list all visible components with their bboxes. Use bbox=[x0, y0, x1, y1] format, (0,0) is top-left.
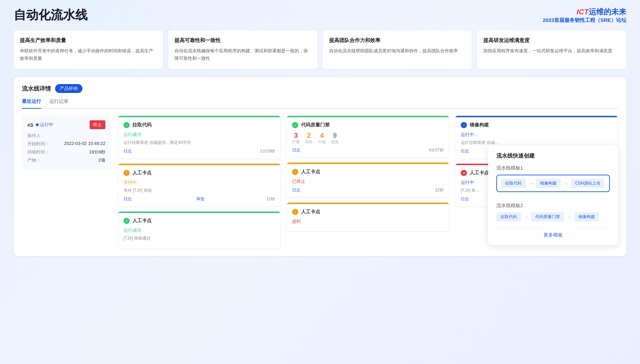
stage-body-0: ✓ 拉取代码 运行成功 运行结果简述-后端提供，限定40字符 日志 1分28秒 bbox=[118, 117, 280, 159]
stop-button[interactable]: 终止 bbox=[90, 120, 105, 129]
gate-status-1-1: 已终止 bbox=[292, 178, 444, 185]
stage-title-row-gate-0-1: ! 人工卡点 bbox=[123, 170, 275, 176]
arrow-icon-3: → bbox=[567, 214, 572, 220]
tab-recent-run[interactable]: 最近运行 bbox=[22, 98, 41, 109]
gate-desc-0-1: 等待 [TJX] 审批 bbox=[123, 188, 275, 193]
page-header: 自动化流水线 ICT运维的未来 2023首届服务韧性工程（SRE）论坛 bbox=[14, 7, 626, 24]
pipeline-header: 流水线详情 产品样例 bbox=[22, 84, 618, 93]
gate-time-1-1: 12秒 bbox=[435, 187, 444, 193]
feature-title-3: 提高研发运维满意度 bbox=[483, 37, 620, 44]
stage-title-row-1: ✓ 代码质量门禁 bbox=[292, 122, 444, 128]
template-2-name: 流水线模板2 bbox=[496, 203, 610, 209]
quality-high: 2 高危 bbox=[305, 132, 313, 145]
page-title: 自动化流水线 bbox=[14, 7, 88, 24]
quick-create-title: 流水线快速创建 bbox=[496, 152, 610, 160]
feature-desc-2: 自动化流水线帮助团队成员更好地沟通和协作，提高团队合作效率 bbox=[329, 47, 466, 55]
stage-card-quality: ✓ 代码质量门禁 3 严重 2 高危 bbox=[286, 116, 449, 158]
stage-time-1: 4分07秒 bbox=[429, 147, 444, 153]
stage-card-gate-0-2: ✓ 人工卡点 运行成功 [TJX] 审核通过 bbox=[118, 211, 281, 249]
arrow-icon-2: → bbox=[524, 214, 528, 220]
brand-title: ICT运维的未来 bbox=[543, 7, 626, 17]
info-icon-2: ○ bbox=[461, 122, 467, 128]
start-time-value: 2022-03-02 15:49:22 bbox=[64, 141, 105, 147]
feature-title-1: 提高可靠性和一致性 bbox=[174, 37, 311, 44]
quality-low-label: 低危 bbox=[331, 139, 339, 145]
success-icon-1: ✓ bbox=[292, 122, 298, 128]
stage-name-2: 镜像构建 bbox=[470, 122, 489, 128]
stage-time-0: 1分28秒 bbox=[260, 148, 275, 154]
warning-icon-gate-1-2: ! bbox=[292, 209, 298, 215]
stage-name-gate-2-1: 人工卡点 bbox=[470, 170, 489, 176]
quick-create-panel: 流水线快速创建 流水线模板1 拉取代码 → 镜像构建 → CDN源站上传 流水 bbox=[488, 146, 618, 245]
stage-log-1[interactable]: 日志 bbox=[292, 147, 300, 153]
stage-footer-1: 日志 4分07秒 bbox=[292, 147, 444, 153]
warning-icon-gate-1-1: ! bbox=[292, 169, 298, 175]
product-value: 2项 bbox=[99, 157, 105, 163]
gate-log-1-1[interactable]: 日志 bbox=[292, 187, 300, 193]
operator-label: 操作人： bbox=[27, 133, 45, 139]
gate-log-0-1[interactable]: 日志 bbox=[123, 196, 132, 202]
operator-row: 操作人： bbox=[27, 133, 105, 139]
stage-card-pull-code: ✓ 拉取代码 运行成功 运行结果简述-后端提供，限定40字符 日志 1分28秒 bbox=[118, 116, 281, 159]
quality-low-num: 9 bbox=[331, 132, 339, 139]
arrow-icon-1: → bbox=[563, 181, 568, 186]
brand-ict: ICT bbox=[577, 8, 589, 16]
gate-footer-0-1: 日志 审批 12秒 bbox=[123, 196, 275, 202]
gate-status-1-2: 超时 bbox=[292, 218, 444, 225]
gate-approve-0-1[interactable]: 审批 bbox=[196, 196, 205, 202]
start-time-label: 开始时间： bbox=[27, 141, 50, 147]
template-1-step-1: 镜像构建 bbox=[536, 179, 561, 188]
product-label: 产物： bbox=[27, 157, 41, 163]
product-example-button[interactable]: 产品样例 bbox=[55, 84, 82, 93]
quality-medium: 4 中危 bbox=[318, 132, 326, 145]
stage-column-1: ✓ 代码质量门禁 3 严重 2 高危 bbox=[286, 116, 449, 249]
template-2-flow-wrapper[interactable]: 拉取代码 → 代码质量门禁 → 镜像构建 bbox=[496, 212, 610, 221]
stage-body-gate-0-2: ✓ 人工卡点 运行成功 [TJX] 审核通过 bbox=[118, 213, 280, 249]
quality-high-num: 2 bbox=[305, 132, 313, 139]
template-2-step-0: 拉取代码 bbox=[496, 212, 521, 221]
pipeline-section: 流水线详情 产品样例 最近运行 运行记录 #3 运行中 终止 bbox=[14, 77, 626, 256]
stage-name-1: 代码质量门禁 bbox=[301, 122, 330, 128]
product-row: 产物： 2项 bbox=[27, 157, 105, 163]
stage-body-gate-1-2: ! 人工卡点 超时 bbox=[287, 204, 449, 231]
gate-status-0-2: 运行成功 bbox=[123, 227, 275, 233]
quality-low: 9 低危 bbox=[331, 132, 339, 145]
tabs: 最近运行 运行记录 bbox=[22, 98, 618, 109]
stage-log-0[interactable]: 日志 bbox=[123, 148, 132, 154]
stage-name-gate-1-1: 人工卡点 bbox=[301, 169, 320, 175]
template-block-1: 流水线模板1 拉取代码 → 镜像构建 → CDN源站上传 bbox=[496, 165, 610, 192]
success-icon-0: ✓ bbox=[123, 122, 130, 128]
template-1-name: 流水线模板1 bbox=[496, 165, 610, 171]
template-2-step-2: 镜像构建 bbox=[574, 212, 599, 221]
run-status: 运行中 bbox=[36, 122, 53, 128]
stage-log-2[interactable]: 日志 bbox=[461, 148, 469, 154]
run-card: #3 运行中 终止 操作人： 开始时间： bbox=[22, 116, 111, 170]
stage-status-0: 运行成功 bbox=[123, 132, 275, 138]
stage-desc-2: 运行过程简述-后端... bbox=[461, 140, 612, 146]
stage-title-row-gate-0-2: ✓ 人工卡点 bbox=[123, 218, 275, 224]
tab-run-history[interactable]: 运行记录 bbox=[49, 98, 68, 109]
template-1-step-0: 拉取代码 bbox=[501, 179, 526, 188]
stage-name-gate-1-2: 人工卡点 bbox=[301, 209, 320, 215]
stage-title-row-0: ✓ 拉取代码 bbox=[123, 122, 275, 128]
quality-severe: 3 严重 bbox=[292, 132, 300, 145]
gate-footer-1-1: 日志 12秒 bbox=[292, 187, 444, 193]
feature-row: 提高生产效率和质量 串联软件开发中的各种任务，减少手动操作的时间和错误，提高生产… bbox=[14, 30, 626, 69]
stage-footer-0: 日志 1分28秒 bbox=[123, 148, 275, 154]
feature-title-2: 提高团队合作力和效率 bbox=[329, 37, 466, 44]
run-info-sidebar: #3 运行中 终止 操作人： 开始时间： bbox=[22, 116, 111, 249]
divider-2 bbox=[496, 228, 610, 228]
stage-body-1: ✓ 代码质量门禁 3 严重 2 高危 bbox=[287, 117, 449, 158]
feature-card-0: 提高生产效率和质量 串联软件开发中的各种任务，减少手动操作的时间和错误，提高生产… bbox=[14, 30, 163, 69]
duration-value: 19分8秒 bbox=[89, 149, 105, 155]
stage-desc-0: 运行结果简述-后端提供，限定40字符 bbox=[123, 140, 275, 146]
feature-desc-1: 自动化流水线确保每个应用程序的构建、测试和部署都是一致的，保障可靠性和一致性 bbox=[174, 47, 311, 62]
gate-log-2-1[interactable]: 日志 bbox=[461, 196, 469, 202]
quality-severe-num: 3 bbox=[292, 132, 300, 139]
feature-desc-0: 串联软件开发中的各种任务，减少手动操作的时间和错误，提高生产效率和质量 bbox=[20, 47, 157, 62]
stage-name-gate-0-2: 人工卡点 bbox=[132, 218, 152, 224]
feature-desc-3: 加快应用程序发布速度，一站式研发运维平台，提高效率和满意度 bbox=[483, 47, 620, 55]
stage-column-0: ✓ 拉取代码 运行成功 运行结果简述-后端提供，限定40字符 日志 1分28秒 bbox=[118, 116, 281, 249]
template-1-flow-wrapper[interactable]: 拉取代码 → 镜像构建 → CDN源站上传 bbox=[496, 175, 610, 192]
more-templates-link[interactable]: 更多模板 bbox=[496, 232, 610, 238]
